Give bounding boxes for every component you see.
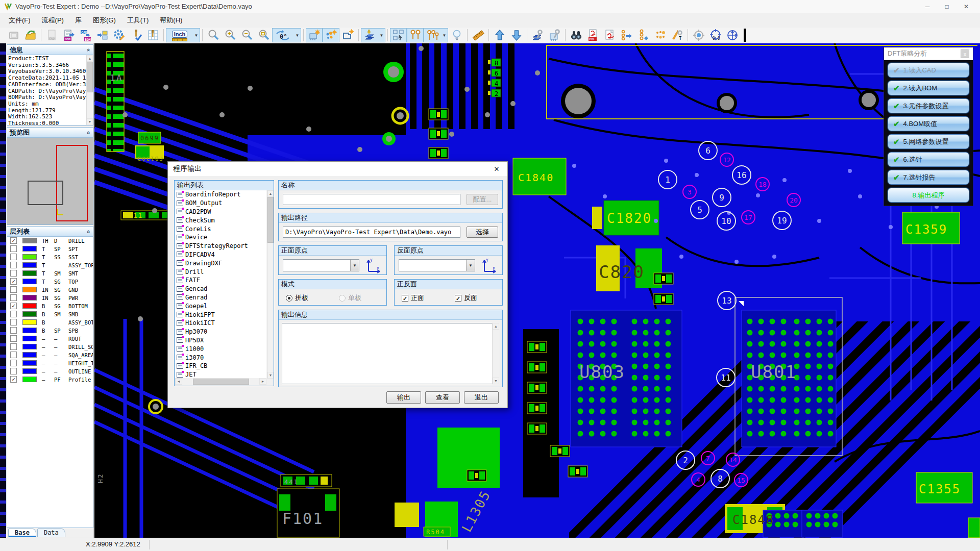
component-label[interactable]: C820 bbox=[599, 262, 645, 282]
layer-visibility-checkbox[interactable] bbox=[10, 262, 17, 268]
dft-step-button[interactable]: ✔2.读入BOM bbox=[888, 81, 969, 95]
output-list-item[interactable]: Gencad bbox=[175, 285, 266, 293]
layer-visibility-checkbox[interactable] bbox=[10, 327, 17, 334]
layer-visibility-checkbox[interactable]: ✓ bbox=[10, 303, 17, 309]
layer-color-swatch[interactable] bbox=[22, 254, 37, 260]
dot-array-icon[interactable] bbox=[652, 28, 669, 42]
output-button[interactable]: 输出 bbox=[386, 391, 421, 404]
layer-row[interactable]: TSMSMT bbox=[7, 269, 93, 278]
zoom-out-icon[interactable] bbox=[238, 28, 255, 42]
output-list-item[interactable]: DIFCADV4 bbox=[175, 251, 266, 259]
dft-step-button[interactable]: ✔6.选针 bbox=[888, 152, 969, 167]
panel-setup-icon[interactable] bbox=[94, 28, 111, 42]
component-label[interactable]: H2 bbox=[96, 473, 104, 483]
component-label[interactable]: C1820 bbox=[607, 211, 652, 226]
dft-step-button[interactable]: ✔1.读入CAD bbox=[888, 63, 969, 78]
side-option[interactable]: ✓正面 bbox=[402, 293, 424, 303]
select-path-button[interactable]: 选择 bbox=[467, 227, 498, 238]
output-list-hscrollbar[interactable]: ◄ ► bbox=[175, 378, 266, 385]
origin-target-icon[interactable] bbox=[690, 28, 707, 42]
layer-row[interactable]: INSGGND bbox=[7, 286, 93, 294]
move-up-icon[interactable] bbox=[491, 28, 508, 42]
layers-dropdown-arrow[interactable]: ▼ bbox=[378, 29, 385, 42]
component-label[interactable]: U803 bbox=[579, 362, 625, 382]
probe-set-dropdown-arrow[interactable]: ▼ bbox=[441, 29, 448, 42]
scroll-up-icon[interactable]: ▲ bbox=[87, 55, 93, 62]
back-origin-combobox[interactable]: ▼ bbox=[399, 259, 475, 271]
sidebar-tab-data[interactable]: Data bbox=[37, 528, 65, 537]
scroll-down-icon[interactable]: ▼ bbox=[493, 378, 499, 384]
scroll-down-icon[interactable]: ▼ bbox=[267, 372, 274, 379]
origin-axes-icon[interactable] bbox=[724, 28, 741, 42]
layer-visibility-checkbox[interactable] bbox=[10, 319, 17, 325]
component-label[interactable]: R504 bbox=[426, 529, 445, 536]
output-info-textarea[interactable] bbox=[282, 323, 493, 384]
scroll-right-icon[interactable]: ► bbox=[259, 378, 266, 385]
cad-to-bom-icon[interactable]: CADBOM bbox=[77, 28, 94, 42]
highlight-component-icon[interactable] bbox=[306, 28, 323, 42]
find-binoculars-icon[interactable] bbox=[568, 28, 584, 42]
preview-viewport-rect[interactable] bbox=[28, 181, 63, 205]
output-list-item[interactable]: HiokiICT bbox=[175, 319, 266, 328]
collapse-icon[interactable]: « bbox=[86, 131, 92, 134]
layers-button[interactable]: ▼ bbox=[361, 28, 385, 42]
layer-color-swatch[interactable] bbox=[22, 262, 37, 268]
bulb-icon[interactable] bbox=[448, 28, 465, 42]
layer-visibility-checkbox[interactable] bbox=[10, 352, 17, 358]
layer-panel-header[interactable]: 层列表 « bbox=[7, 227, 93, 237]
layer-visibility-checkbox[interactable] bbox=[10, 254, 17, 260]
layer-color-swatch[interactable] bbox=[22, 287, 37, 292]
layer-visibility-checkbox[interactable]: ✓ bbox=[10, 278, 17, 285]
menu-item[interactable]: 文件(F) bbox=[3, 14, 36, 27]
layer-visibility-checkbox[interactable] bbox=[10, 294, 17, 301]
layer-visibility-checkbox[interactable] bbox=[10, 368, 17, 374]
open-project-icon[interactable] bbox=[22, 28, 39, 42]
output-list-item[interactable]: JET bbox=[175, 370, 266, 379]
checkbox-icon[interactable]: ✓ bbox=[402, 295, 408, 302]
radio-icon[interactable] bbox=[339, 295, 346, 302]
layer-color-swatch[interactable] bbox=[22, 344, 37, 349]
scroll-up-icon[interactable]: ▲ bbox=[267, 190, 274, 197]
layer-row[interactable]: TSSSST bbox=[7, 253, 93, 261]
layer-color-swatch[interactable] bbox=[22, 336, 37, 341]
menu-item[interactable]: 库 bbox=[69, 14, 87, 27]
scroll-down-icon[interactable]: ▼ bbox=[87, 118, 93, 125]
dialog-title-bar[interactable]: 程序输出 ✕ bbox=[168, 162, 507, 176]
layer-row[interactable]: INSGPWR bbox=[7, 294, 93, 302]
export-points-icon[interactable] bbox=[618, 28, 635, 42]
dft-step-button[interactable]: ✔4.BOM取值 bbox=[888, 116, 969, 131]
minimize-button[interactable]: ─ bbox=[918, 1, 937, 13]
settings-icon[interactable] bbox=[111, 28, 128, 42]
layer-color-swatch[interactable] bbox=[22, 328, 37, 333]
rings-diamond-icon[interactable] bbox=[635, 28, 652, 42]
highlight-pads-icon[interactable] bbox=[323, 28, 339, 42]
scroll-up-icon[interactable]: ▲ bbox=[493, 323, 499, 330]
output-list-item[interactable]: HP5DX bbox=[175, 336, 266, 345]
front-origin-combobox[interactable]: ▼ bbox=[283, 259, 359, 271]
component-label[interactable]: C1359 bbox=[905, 222, 947, 237]
component-label[interactable]: 8 bbox=[495, 60, 499, 67]
maximize-button[interactable]: □ bbox=[937, 1, 957, 13]
exit-button[interactable]: 退出 bbox=[464, 391, 499, 404]
layer-visibility-checkbox[interactable] bbox=[10, 335, 17, 342]
sidebar-tab-base[interactable]: Base bbox=[8, 528, 36, 537]
probe-pair-icon[interactable] bbox=[407, 28, 424, 42]
preview-panel-header[interactable]: 预览图 « bbox=[7, 128, 93, 138]
layer-row[interactable]: ✓BSGBOTTOM bbox=[7, 302, 93, 310]
layer-color-swatch[interactable] bbox=[22, 270, 37, 276]
dft-panel-header[interactable]: DFT策略分析 x bbox=[884, 47, 973, 60]
config-button[interactable]: 配置... bbox=[467, 194, 498, 205]
component-label[interactable]: 6 bbox=[495, 70, 499, 77]
unit-inch-button[interactable]: Inch ▼ bbox=[166, 28, 200, 42]
layer-row[interactable]: BSPSPB bbox=[7, 327, 93, 335]
layer-color-swatch[interactable] bbox=[22, 311, 37, 317]
board-preview[interactable] bbox=[7, 138, 93, 224]
output-list-item[interactable]: CheckSum bbox=[175, 216, 266, 224]
info-scrollbar[interactable]: ▲ ▼ bbox=[86, 55, 93, 125]
layer-tools-icon[interactable] bbox=[529, 28, 546, 42]
layer-visibility-checkbox[interactable] bbox=[10, 286, 17, 293]
layer-visibility-checkbox[interactable] bbox=[10, 360, 17, 366]
move-down-icon[interactable] bbox=[508, 28, 525, 42]
checkbox-icon[interactable]: ✓ bbox=[455, 295, 461, 302]
layer-visibility-checkbox[interactable] bbox=[10, 311, 17, 317]
